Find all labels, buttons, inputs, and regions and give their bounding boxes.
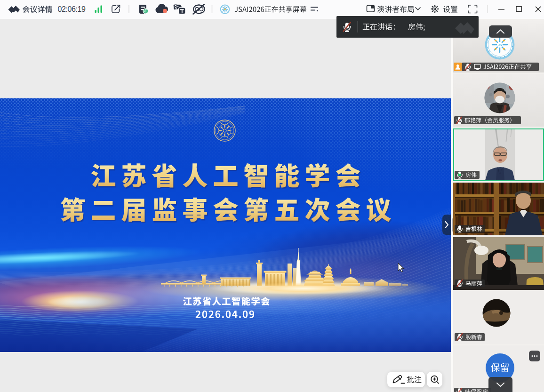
svg-text:JS: JS [498,43,502,47]
svg-text:02:06:19: 02:06:19 [58,5,86,13]
